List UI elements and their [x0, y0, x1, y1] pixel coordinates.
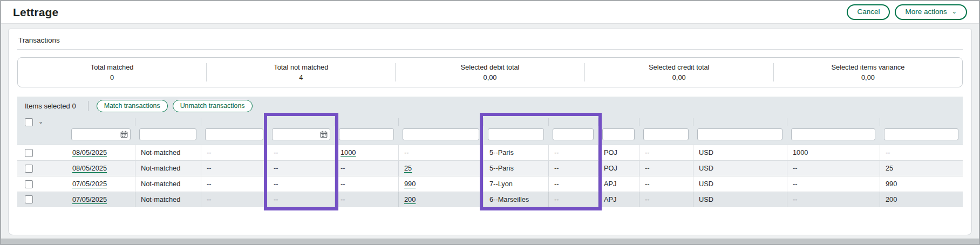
summary-value: 0,00 — [396, 73, 584, 81]
filter-input-journal[interactable] — [602, 128, 635, 140]
row-checkbox[interactable] — [25, 195, 33, 203]
table-cell-base-currency-credit: -- — [398, 145, 484, 160]
filter-input-matching-letter[interactable] — [205, 128, 263, 140]
table-cell-matching-letter: -- — [201, 192, 268, 207]
cell-link-posting-date[interactable]: 08/05/2025 — [72, 164, 107, 172]
table-cell-posting-date: 07/05/2025 — [67, 176, 135, 192]
cell-value-base-currency-credit: -- — [404, 148, 409, 156]
cell-value-transaction-currency-credit: 200 — [886, 195, 897, 203]
table-cell-memo: -- — [548, 145, 598, 160]
cell-value-location: 5--Paris — [489, 148, 514, 156]
table-cell-posting-date: 07/05/2025 — [67, 192, 135, 207]
column-header-matching-date[interactable] — [268, 118, 335, 126]
row-checkbox[interactable] — [25, 165, 33, 173]
summary-label: Selected debit total — [396, 63, 584, 71]
table-cell-base-currency-credit: 25 — [398, 161, 484, 176]
column-header-matching-status[interactable] — [135, 118, 201, 126]
cell-link-base-currency-credit[interactable]: 990 — [404, 180, 416, 188]
cell-value-transaction-currency: USD — [699, 180, 713, 188]
cell-link-posting-date[interactable]: 07/05/2025 — [72, 180, 107, 188]
column-header-reference[interactable] — [639, 118, 693, 126]
column-header-journal[interactable] — [598, 118, 639, 126]
table-cell-reference: -- — [639, 192, 693, 207]
filter-input-matching-date[interactable] — [272, 128, 330, 140]
column-header-transaction-currency-credit[interactable] — [880, 118, 963, 126]
cell-value-matching-date: -- — [274, 148, 278, 156]
filter-cell-base-currency-credit — [398, 126, 484, 145]
column-header-transaction-currency-debit[interactable] — [787, 118, 880, 126]
cell-link-base-currency-credit[interactable]: 200 — [404, 195, 416, 203]
table-cell-matching-date: -- — [268, 176, 335, 192]
cell-link-posting-date[interactable]: 07/05/2025 — [72, 195, 107, 203]
table-cell-matching-date: -- — [268, 145, 335, 160]
cell-value-transaction-currency-debit: -- — [793, 180, 798, 188]
table-cell-memo: -- — [548, 161, 598, 176]
column-header-base-currency-credit[interactable] — [398, 118, 484, 126]
table-cell-transaction-currency-credit: 990 — [880, 176, 963, 192]
row-checkbox[interactable] — [25, 149, 33, 157]
table-cell-transaction-currency-credit: -- — [880, 145, 963, 160]
chevron-down-icon[interactable]: ⌄ — [38, 118, 43, 125]
summary-value: 0,00 — [585, 73, 773, 81]
items-selected-label: Items selected 0 — [25, 102, 76, 110]
column-header-transaction-currency[interactable] — [693, 118, 787, 126]
cell-value-matching-status: Not-matched — [141, 195, 180, 203]
table-cell-memo: -- — [548, 192, 598, 207]
filter-input-transaction-currency-credit[interactable] — [884, 128, 958, 140]
filter-spacer-cell — [17, 126, 67, 145]
column-header-base-currency-debit[interactable] — [335, 118, 398, 126]
filter-input-transaction-currency[interactable] — [697, 128, 782, 140]
cell-link-base-currency-debit[interactable]: 1000 — [341, 148, 356, 156]
table-row: 07/05/2025Not-matched------9907--Lyon--A… — [17, 176, 963, 192]
filter-input-posting-date[interactable] — [71, 128, 131, 140]
cell-value-journal: APJ — [604, 180, 616, 188]
table-cell-matching-date: -- — [268, 161, 335, 176]
filter-cell-posting-date — [67, 126, 135, 145]
column-header-location[interactable] — [484, 118, 548, 126]
cell-value-matching-status: Not-matched — [141, 164, 180, 172]
filter-input-location[interactable] — [488, 128, 544, 140]
cell-value-location: 5--Paris — [489, 164, 514, 172]
table-cell-base-currency-credit: 200 — [398, 192, 484, 207]
table-cell-transaction-currency-debit: -- — [787, 176, 880, 192]
transactions-table-block: Items selected 0 Match transactions Unma… — [17, 97, 963, 207]
table-cell-transaction-currency: USD — [693, 161, 787, 176]
cell-value-matching-letter: -- — [207, 148, 212, 156]
table-cell-transaction-currency-debit: 1000 — [787, 145, 880, 160]
filter-cell-transaction-currency-debit — [787, 126, 880, 145]
filter-input-reference[interactable] — [643, 128, 689, 140]
column-header-memo[interactable] — [548, 118, 598, 126]
cell-value-matching-status: Not-matched — [141, 180, 180, 188]
cell-value-reference: -- — [645, 195, 650, 203]
table-cell-base-currency-debit: 1000 — [335, 145, 398, 160]
cell-value-reference: -- — [645, 164, 650, 172]
cell-link-base-currency-credit[interactable]: 25 — [404, 164, 412, 172]
filter-input-memo[interactable] — [553, 128, 594, 140]
cancel-button[interactable]: Cancel — [847, 4, 890, 20]
column-header-posting-date[interactable] — [67, 118, 135, 126]
select-all-checkbox[interactable] — [25, 118, 33, 126]
more-actions-button[interactable]: More actions ⌄ — [895, 4, 967, 20]
match-transactions-button[interactable]: Match transactions — [97, 100, 168, 112]
filter-input-base-currency-credit[interactable] — [403, 128, 479, 140]
row-select-cell — [17, 195, 67, 203]
table-cell-matching-status: Not-matched — [135, 145, 201, 160]
row-checkbox[interactable] — [25, 180, 33, 188]
cell-value-memo: -- — [554, 164, 559, 172]
cell-link-posting-date[interactable]: 08/05/2025 — [72, 148, 107, 156]
filter-input-base-currency-debit[interactable] — [339, 128, 394, 140]
table-cell-base-currency-debit: -- — [335, 192, 398, 207]
table-cell-reference: -- — [639, 145, 693, 160]
table-cell-transaction-currency: USD — [693, 192, 787, 207]
column-header-matching-letter[interactable] — [201, 118, 268, 126]
cell-value-matching-date: -- — [274, 164, 278, 172]
table-cell-transaction-currency: USD — [693, 176, 787, 192]
filter-input-transaction-currency-debit[interactable] — [791, 128, 875, 140]
unmatch-transactions-button[interactable]: Unmatch transactions — [173, 100, 253, 112]
toolbar-divider — [88, 101, 89, 111]
cell-value-transaction-currency-credit: 25 — [886, 164, 893, 172]
summary-item: Total matched 0 — [18, 63, 206, 81]
filter-input-matching-status[interactable] — [139, 128, 196, 140]
summary-item: Selected debit total 0,00 — [395, 63, 584, 81]
cell-value-memo: -- — [554, 180, 559, 188]
